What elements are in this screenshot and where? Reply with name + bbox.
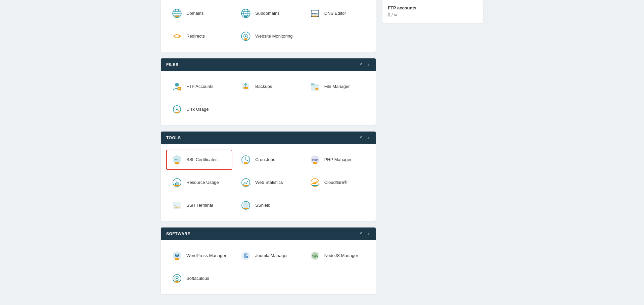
menu-item-nodejs-manager[interactable]: NODE NodeJS Manager (304, 246, 370, 266)
svg-rect-31 (175, 162, 179, 164)
menu-item-domains[interactable]: Domains (166, 3, 232, 23)
menu-item-ssl-certificates[interactable]: SSL SSL Certificates (166, 150, 232, 170)
svg-rect-35 (244, 162, 248, 164)
menu-item-ftp-accounts[interactable]: FTP Accounts (166, 77, 232, 97)
svg-point-18 (245, 36, 247, 37)
software-header-controls: ^ + (359, 231, 370, 237)
files-header-title: FILES (166, 62, 179, 67)
files-collapse-btn[interactable]: ^ (359, 62, 363, 68)
file-manager-label: File Manager (324, 84, 350, 90)
menu-item-softaculous[interactable]: Softaculous (166, 268, 232, 289)
dns-editor-label: DNS Editor (324, 11, 346, 16)
menu-item-disk-usage[interactable]: Disk Usage (166, 99, 232, 119)
svg-text:PHP: PHP (312, 158, 318, 162)
sshield-icon (240, 199, 252, 211)
svg-rect-47 (312, 185, 318, 186)
menu-item-ssh-terminal[interactable]: >_ SSH Terminal (166, 195, 232, 215)
svg-rect-43 (174, 185, 180, 186)
ftp-accounts-card-title: FTP accounts (388, 5, 478, 10)
web-statistics-icon (240, 176, 252, 189)
svg-rect-63 (175, 281, 179, 283)
joomla-manager-label: Joomla Manager (255, 253, 288, 259)
ftp-accounts-card-value: 0 / ∞ (388, 12, 478, 17)
content-area: Domains (0, 0, 644, 301)
tools-header-controls: ^ + (359, 135, 370, 141)
backups-label: Backups (255, 84, 272, 90)
cron-jobs-label: Cron Jobs (255, 157, 275, 163)
svg-marker-15 (179, 35, 181, 38)
software-section-body: W WordPress Manager (161, 240, 376, 294)
svg-rect-38 (313, 162, 317, 164)
tools-collapse-btn[interactable]: ^ (359, 135, 363, 141)
svg-rect-41 (176, 182, 177, 185)
menu-item-cron-jobs[interactable]: Cron Jobs (235, 150, 301, 170)
menu-item-dns-editor[interactable]: DNS DNS Editor (304, 3, 370, 23)
svg-rect-14 (312, 15, 318, 16)
menu-item-website-monitoring[interactable]: Website Monitoring (235, 26, 301, 46)
svg-rect-57 (246, 256, 248, 258)
software-collapse-btn[interactable]: ^ (359, 231, 363, 237)
php-manager-label: PHP Manager (324, 157, 352, 163)
ssl-certificates-icon: SSL (171, 154, 183, 166)
ssl-certificates-label: SSL Certificates (186, 157, 218, 163)
svg-text:>_: >_ (174, 204, 177, 207)
disk-usage-icon (171, 103, 183, 115)
svg-rect-45 (243, 185, 248, 186)
files-section-body: FTP Accounts Backups (161, 71, 376, 125)
software-add-btn[interactable]: + (366, 231, 370, 237)
redirects-label: Redirects (186, 34, 205, 39)
sshield-label: SShield (255, 203, 270, 208)
svg-text:SSL: SSL (175, 158, 180, 161)
svg-rect-11 (244, 15, 248, 17)
ftp-accounts-card: FTP accounts 0 / ∞ (382, 0, 483, 23)
svg-text:DNS: DNS (312, 12, 318, 15)
svg-rect-52 (244, 208, 248, 209)
file-manager-icon (309, 81, 321, 93)
domains-partial-body: Domains (161, 0, 376, 52)
menu-item-redirects[interactable]: Redirects (166, 26, 232, 46)
sidebar-column: FTP accounts 0 / ∞ (382, 0, 483, 301)
menu-item-wordpress-manager[interactable]: W WordPress Manager (166, 246, 232, 266)
wordpress-manager-icon: W (171, 250, 183, 262)
menu-item-backups[interactable]: Backups (235, 77, 301, 97)
menu-item-resource-usage[interactable]: Resource Usage (166, 172, 232, 193)
svg-rect-23 (244, 87, 248, 89)
cloudflare-label: Cloudflare® (324, 180, 348, 186)
svg-point-28 (176, 109, 178, 110)
tools-add-btn[interactable]: + (366, 135, 370, 141)
svg-line-34 (246, 160, 248, 161)
domains-partial-section: Domains (161, 0, 376, 52)
wordpress-manager-label: WordPress Manager (186, 253, 226, 259)
redirects-icon (171, 30, 183, 42)
svg-point-62 (176, 278, 178, 279)
svg-rect-55 (175, 258, 179, 260)
softaculous-label: Softaculous (186, 276, 209, 282)
cron-jobs-icon (240, 154, 252, 166)
svg-rect-19 (244, 38, 248, 40)
files-add-btn[interactable]: + (366, 62, 370, 68)
svg-text:NODE: NODE (312, 255, 318, 257)
menu-item-web-statistics[interactable]: Web Statistics (235, 172, 301, 193)
ftp-accounts-label: FTP Accounts (186, 84, 214, 90)
menu-item-file-manager[interactable]: File Manager (304, 77, 370, 97)
nodejs-manager-label: NodeJS Manager (324, 253, 358, 259)
resource-usage-label: Resource Usage (186, 180, 219, 186)
svg-text:W: W (175, 253, 179, 258)
menu-item-joomla-manager[interactable]: Joomla Manager (235, 246, 301, 266)
domains-icon (171, 7, 183, 19)
svg-rect-42 (178, 182, 179, 185)
menu-item-cloudflare[interactable]: Cloudflare® (304, 172, 370, 193)
cloudflare-icon (309, 176, 321, 189)
menu-item-subdomains[interactable]: Subdomains (235, 3, 301, 23)
svg-rect-5 (175, 15, 179, 17)
software-header-title: SOFTWARE (166, 232, 190, 236)
subdomains-icon (240, 7, 252, 19)
tools-section-header: TOOLS ^ + (161, 132, 376, 144)
website-monitoring-label: Website Monitoring (255, 34, 292, 39)
svg-rect-25 (311, 83, 314, 85)
menu-item-sshield[interactable]: SShield (235, 195, 301, 215)
tools-header-title: TOOLS (166, 136, 181, 140)
ssh-terminal-icon: >_ (171, 199, 183, 211)
tools-section: TOOLS ^ + SSL (161, 132, 376, 221)
menu-item-php-manager[interactable]: PHP PHP Manager (304, 150, 370, 170)
